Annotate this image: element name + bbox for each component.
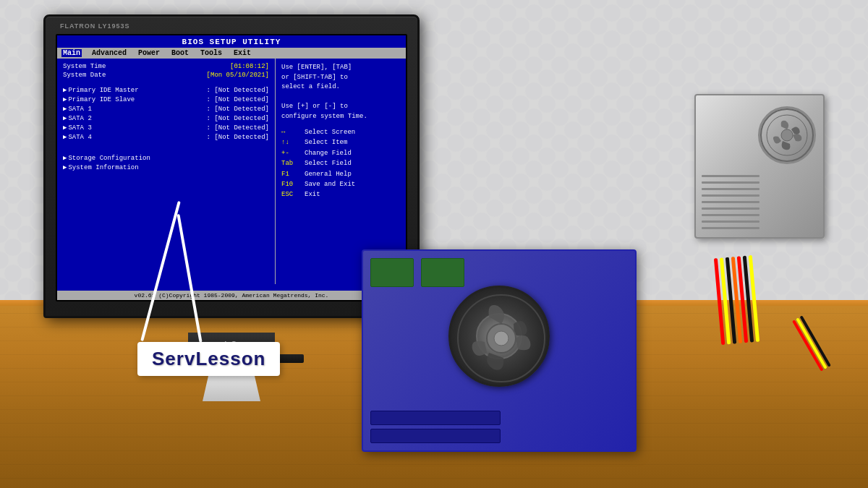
bios-key-f10: F10 Save and Exit (281, 179, 400, 189)
bios-system-time-row: System Time [01:08:12] (63, 63, 269, 70)
bios-key-select-screen: ↔ Select Screen (281, 127, 400, 137)
bios-key-change-field: +- Change Field (281, 148, 400, 158)
screen-bezel: BIOS SETUP UTILITY Main Advanced Power B… (56, 34, 407, 301)
bios-title: BIOS SETUP UTILITY (57, 35, 406, 48)
bios-spacer-2 (63, 142, 269, 148)
bios-drive-row-4: ▶ SATA 3 : [Not Detected] (63, 124, 269, 132)
cpu-cooler-fan (454, 291, 548, 385)
bios-key-esc: ESC Exit (281, 189, 400, 200)
bios-drive-row-5: ▶ SATA 4 : [Not Detected] (63, 133, 269, 141)
psu-vents (702, 175, 760, 233)
bios-key-select-item: ↑↓ Select Item (281, 137, 400, 147)
power-cables-bundle (714, 255, 760, 345)
motherboard-ram-slot-1 (370, 429, 501, 443)
bios-system-date-label: System Date (63, 72, 106, 79)
bios-help-text: Use [ENTER], [TAB] or [SHIFT-TAB] to sel… (281, 63, 400, 121)
bios-menu-tools[interactable]: Tools (199, 49, 224, 57)
bios-menu-bar: Main Advanced Power Boot Tools Exit (57, 48, 406, 59)
svg-point-0 (767, 115, 807, 155)
bios-key-shortcuts: ↔ Select Screen ↑↓ Select Item +- Change… (281, 127, 400, 200)
bios-content: System Time [01:08:12] System Date [Mon … (57, 59, 406, 284)
psu-fan-blades (765, 114, 809, 157)
servlesson-text: ServLesson (152, 348, 265, 369)
power-supply-unit (694, 94, 825, 239)
servlesson-sign-base (203, 376, 260, 401)
bios-spacer-1 (63, 80, 269, 86)
bios-menu-advanced[interactable]: Advanced (90, 49, 128, 57)
bios-key-f1: F1 General Help (281, 169, 400, 179)
bios-drive-row-3: ▶ SATA 2 : [Not Detected] (63, 114, 269, 122)
bios-footer: v02.61 (C)Copyright 1985-2009, American … (57, 291, 406, 300)
bios-drive-row-0: ▶ Primary IDE Master : [Not Detected] (63, 86, 269, 94)
bios-menu-main[interactable]: Main (61, 49, 82, 57)
psu-fan (758, 106, 816, 164)
motherboard-slot-1 (370, 258, 414, 287)
monitor-brand-text: FLATRON LY1953S (60, 22, 130, 30)
svg-point-4 (494, 331, 509, 346)
bios-spacer-3 (63, 148, 269, 154)
bios-menu-exit[interactable]: Exit (232, 49, 252, 57)
monitor-brand-bar: FLATRON LY1953S (60, 20, 403, 33)
bios-system-date-row: System Date [Mon 05/10/2021] (63, 72, 269, 79)
servlesson-sign: ServLesson (137, 342, 280, 376)
bios-system-info-row[interactable]: ▶ System Information (63, 163, 269, 171)
bios-system-time-label: System Time (63, 63, 106, 70)
bios-drive-row-1: ▶ Primary IDE Slave : [Not Detected] (63, 95, 269, 103)
bios-menu-boot[interactable]: Boot (170, 49, 190, 57)
bios-system-date-value: [Mon 05/10/2021] (207, 72, 269, 79)
bios-menu-power[interactable]: Power (137, 49, 161, 57)
svg-point-1 (781, 129, 793, 141)
motherboard-ram-slot-2 (370, 411, 501, 425)
bios-system-time-value: [01:08:12] (230, 63, 269, 70)
bios-storage-config-row[interactable]: ▶ Storage Configuration (63, 154, 269, 162)
motherboard-slot-2 (421, 258, 464, 287)
bios-key-tab: Tab Select Field (281, 158, 400, 168)
bios-drive-row-2: ▶ SATA 1 : [Not Detected] (63, 105, 269, 113)
cpu-cooler (448, 286, 550, 387)
bios-screen: BIOS SETUP UTILITY Main Advanced Power B… (57, 35, 406, 300)
